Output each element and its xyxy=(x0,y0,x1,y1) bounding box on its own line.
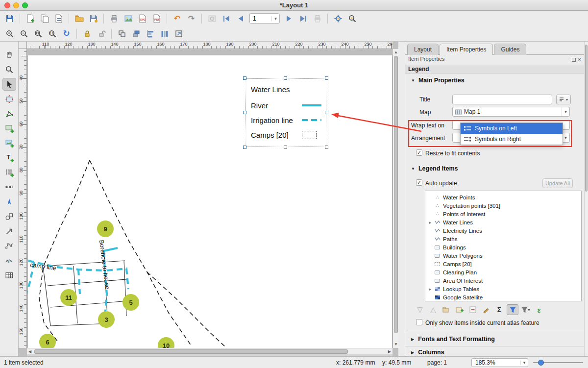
resize-handle[interactable] xyxy=(284,146,287,149)
option-symbols-on-right[interactable]: Symbols on Right xyxy=(461,134,563,145)
refresh-view-button[interactable] xyxy=(345,12,359,25)
select-move-item-tool[interactable] xyxy=(2,78,16,91)
move-item-up-button[interactable]: △ xyxy=(427,304,439,315)
legend-tree-item[interactable]: ▸Water Lines xyxy=(425,218,581,226)
zoom-tool[interactable] xyxy=(2,63,16,76)
close-panel-icon[interactable]: × xyxy=(578,57,581,62)
add-node-item-tool[interactable] xyxy=(2,240,16,252)
duplicate-layout-button[interactable] xyxy=(38,12,51,25)
columns-section[interactable]: ▶ Columns xyxy=(411,349,444,356)
main-properties-section[interactable]: ▼ Main Properties xyxy=(411,77,465,84)
redo-button[interactable]: ↷ xyxy=(185,12,198,25)
edit-item-button[interactable] xyxy=(480,304,492,315)
unlock-all-items-button[interactable] xyxy=(95,27,108,40)
add-shape-tool[interactable] xyxy=(2,210,16,223)
canvas-vertical-scrollbar[interactable]: ▲ ▼ xyxy=(392,49,398,348)
zoom-slider[interactable] xyxy=(533,358,583,367)
legend-items-tree[interactable]: Water Points Vegetation points [301] Poi… xyxy=(425,191,582,301)
legend-tree-item[interactable]: Google Satellite xyxy=(425,293,581,301)
legend-tree-item[interactable]: ▸Lookup Tables xyxy=(425,285,581,293)
add-attribute-table-tool[interactable] xyxy=(2,269,16,282)
atlas-next-feature-button[interactable] xyxy=(282,12,295,25)
add-arrow-tool[interactable] xyxy=(2,225,16,238)
raise-items-button[interactable] xyxy=(129,27,143,40)
resize-handle[interactable] xyxy=(284,76,287,80)
filter-expression-button[interactable]: ▾ xyxy=(520,304,532,315)
legend-tree-item[interactable]: Paths xyxy=(425,235,581,243)
legend-tree-item[interactable]: Water Polygons xyxy=(425,251,581,260)
option-symbols-on-left[interactable]: Symbols on Left xyxy=(461,123,563,134)
close-window-button[interactable] xyxy=(4,2,10,8)
legend-tree-item[interactable]: Clearing Plan xyxy=(425,268,581,276)
legend-tree-item[interactable]: Water Points xyxy=(425,193,581,201)
expander-icon[interactable]: ▸ xyxy=(427,220,433,225)
print-layout-button[interactable] xyxy=(107,12,121,25)
add-item-button[interactable] xyxy=(454,304,466,315)
filter-legend-by-map-button[interactable] xyxy=(507,304,518,315)
atlas-settings-button[interactable] xyxy=(331,12,344,25)
distribute-items-button[interactable] xyxy=(158,27,171,40)
scroll-thumb[interactable] xyxy=(34,349,348,354)
resize-handle[interactable] xyxy=(325,76,328,80)
layout-manager-button[interactable] xyxy=(52,12,65,25)
atlas-previous-feature-button[interactable] xyxy=(234,12,247,25)
legend-items-section[interactable]: ▼ Legend Items xyxy=(411,165,458,172)
group-items-button[interactable] xyxy=(115,27,128,40)
move-item-content-tool[interactable] xyxy=(2,93,16,105)
resize-handle[interactable] xyxy=(243,76,246,80)
atlas-last-feature-button[interactable] xyxy=(296,12,310,25)
atlas-first-feature-button[interactable] xyxy=(220,12,233,25)
save-layout-as-button[interactable] xyxy=(87,12,100,25)
resize-items-button[interactable] xyxy=(172,27,185,40)
panel-scrollbar[interactable] xyxy=(584,42,588,356)
count-features-button[interactable]: Σ xyxy=(493,304,505,315)
add-html-tool[interactable]: </> xyxy=(2,254,16,267)
atlas-filter-checkbox[interactable] xyxy=(416,319,422,325)
align-items-button[interactable] xyxy=(144,27,157,40)
refresh-layout-button[interactable]: ↻ xyxy=(60,27,73,40)
zoom-full-button[interactable] xyxy=(31,27,45,40)
scroll-thumb[interactable] xyxy=(394,56,398,333)
add-legend-tool[interactable] xyxy=(2,166,16,179)
edit-nodes-item-tool[interactable] xyxy=(2,107,16,120)
legend-item-on-canvas[interactable]: Water Lines River Irrigation line Camps … xyxy=(245,78,326,147)
lock-items-button[interactable] xyxy=(80,27,94,40)
zoom-level-select[interactable]: 185.3% ▾ xyxy=(471,358,528,367)
slider-knob[interactable] xyxy=(538,360,544,366)
map-select[interactable]: Map 1 ▾ xyxy=(452,107,570,117)
detach-panel-icon[interactable] xyxy=(572,58,576,62)
tab-item-properties[interactable]: Item Properties xyxy=(440,44,493,55)
update-all-button[interactable]: Update All xyxy=(542,178,573,188)
move-item-down-button[interactable]: ▽ xyxy=(414,304,426,315)
new-layout-button[interactable] xyxy=(24,12,37,25)
resize-handle[interactable] xyxy=(325,111,328,114)
expander-icon[interactable]: ▸ xyxy=(427,287,433,292)
filter-by-atlas-button[interactable]: ε xyxy=(533,304,545,315)
add-label-tool[interactable]: T xyxy=(2,151,16,164)
add-north-arrow-tool[interactable] xyxy=(2,196,16,208)
export-pdf-button[interactable]: PDF xyxy=(150,12,163,25)
add-picture-tool[interactable] xyxy=(2,137,16,149)
zoom-window-button[interactable] xyxy=(22,2,28,8)
save-project-button[interactable] xyxy=(3,12,16,25)
scroll-thumb[interactable] xyxy=(585,45,588,192)
canvas-horizontal-scrollbar[interactable]: ◀ ▶ xyxy=(27,348,392,354)
remove-item-button[interactable] xyxy=(467,304,479,315)
minimize-window-button[interactable] xyxy=(13,2,19,8)
add-map-tool[interactable] xyxy=(2,122,16,135)
resize-handle[interactable] xyxy=(325,146,328,149)
legend-title-input[interactable] xyxy=(452,95,552,104)
add-scalebar-tool[interactable] xyxy=(2,181,16,194)
layout-viewport[interactable]: 9 11 5 3 6 10 Borehole to house camp lin… xyxy=(27,49,392,348)
scroll-down-icon[interactable]: ▼ xyxy=(394,343,398,346)
fonts-section[interactable]: ▶ Fonts and Text Formatting xyxy=(411,336,495,343)
export-svg-button[interactable]: SVG xyxy=(136,12,149,25)
scroll-left-icon[interactable]: ◀ xyxy=(28,350,31,354)
legend-tree-item[interactable]: Vegetation points [301] xyxy=(425,201,581,210)
data-defined-override-button[interactable]: ▾ xyxy=(556,95,571,104)
add-group-button[interactable] xyxy=(441,304,452,315)
legend-tree-item[interactable]: Camps [20] xyxy=(425,260,581,268)
legend-tree-item[interactable]: Buildings xyxy=(425,243,581,251)
legend-tree-item[interactable]: Area Of Interest xyxy=(425,276,581,285)
auto-update-checkbox[interactable]: ✓ xyxy=(416,179,422,186)
